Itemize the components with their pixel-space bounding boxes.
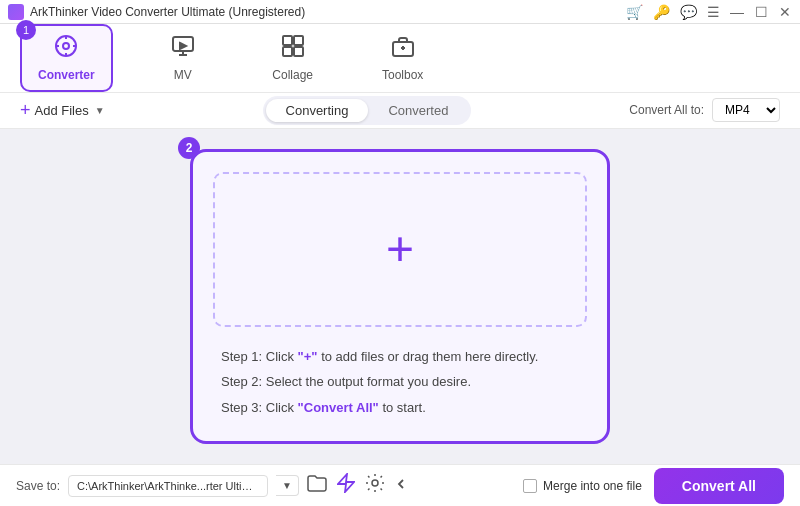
nav-item-collage[interactable]: Collage <box>253 26 333 90</box>
flash-icon[interactable] <box>337 473 355 498</box>
add-files-label: Add Files <box>35 103 89 118</box>
nav-mv-label: MV <box>174 68 192 82</box>
bottom-bar: Save to: C:\ArkThinker\ArkThinke...rter … <box>0 464 800 506</box>
tab-converted[interactable]: Converted <box>368 99 468 122</box>
close-button[interactable]: ✕ <box>778 5 792 19</box>
app-title: ArkThinker Video Converter Ultimate (Unr… <box>30 5 305 19</box>
folder-icon[interactable] <box>307 474 327 497</box>
nav-converter-label: Converter <box>38 68 95 82</box>
step-1: Step 1: Click "+" to add files or drag t… <box>221 347 579 367</box>
svg-rect-9 <box>283 47 292 56</box>
step-3-highlight: "Convert All" <box>298 400 379 415</box>
svg-rect-7 <box>283 36 292 45</box>
key-icon[interactable]: 🔑 <box>653 4 670 20</box>
step-3: Step 3: Click "Convert All" to start. <box>221 398 579 418</box>
tabs-container: Converting Converted <box>263 96 472 125</box>
format-select[interactable]: MP4 MKV AVI MOV WMV <box>712 98 780 122</box>
menu-icon[interactable]: ☰ <box>707 4 720 20</box>
maximize-button[interactable]: ☐ <box>754 5 768 19</box>
add-plus-icon: + <box>20 100 31 121</box>
nav-converter-wrapper: 1 Converter <box>20 24 113 92</box>
collage-icon <box>281 34 305 64</box>
merge-checkbox-area: Merge into one file <box>523 479 642 493</box>
title-bar: ArkThinker Video Converter Ultimate (Unr… <box>0 0 800 24</box>
minimize-button[interactable]: — <box>730 5 744 19</box>
step-2: Step 2: Select the output format you des… <box>221 372 579 392</box>
title-bar-controls: 🛒 🔑 💬 ☰ — ☐ ✕ <box>626 4 792 20</box>
more-options-icon[interactable] <box>395 474 407 497</box>
convert-all-to-label: Convert All to: <box>629 103 704 117</box>
svg-rect-10 <box>294 47 303 56</box>
merge-label: Merge into one file <box>543 479 642 493</box>
merge-checkbox[interactable] <box>523 479 537 493</box>
step-1-highlight: "+" <box>298 349 318 364</box>
mv-icon <box>171 34 195 64</box>
add-files-dropdown-button[interactable]: ▼ <box>95 105 105 116</box>
tab-converting[interactable]: Converting <box>266 99 369 122</box>
save-to-section: Save to: C:\ArkThinker\ArkThinke...rter … <box>16 473 407 498</box>
nav-toolbox-label: Toolbox <box>382 68 423 82</box>
nav-collage-label: Collage <box>272 68 313 82</box>
save-to-label: Save to: <box>16 479 60 493</box>
top-nav: 1 Converter MV <box>0 24 800 93</box>
toolbar: + Add Files ▼ Converting Converted Conve… <box>0 93 800 128</box>
steps-container: Step 1: Click "+" to add files or drag t… <box>213 343 587 422</box>
nav-item-toolbox[interactable]: Toolbox <box>363 26 443 90</box>
app-icon <box>8 4 24 20</box>
drop-area[interactable]: + <box>213 172 587 327</box>
bottom-right: Merge into one file Convert All <box>523 468 784 504</box>
svg-point-1 <box>63 43 69 49</box>
save-to-dropdown-button[interactable]: ▼ <box>276 475 299 496</box>
title-bar-left: ArkThinker Video Converter Ultimate (Unr… <box>8 4 305 20</box>
drop-zone[interactable]: + Step 1: Click "+" to add files or drag… <box>190 149 610 445</box>
nav-item-mv[interactable]: MV <box>143 26 223 90</box>
settings-icon[interactable] <box>365 473 385 498</box>
toolbar-right: Convert All to: MP4 MKV AVI MOV WMV <box>629 98 780 122</box>
main-content: 2 + Step 1: Click "+" to add files or dr… <box>0 129 800 465</box>
drop-plus-icon: + <box>386 225 414 273</box>
drop-zone-badge: 2 <box>178 137 200 159</box>
drop-zone-wrapper: 2 + Step 1: Click "+" to add files or dr… <box>190 149 610 445</box>
bottom-icons <box>307 473 407 498</box>
toolbar-left: + Add Files ▼ <box>20 100 105 121</box>
converter-icon <box>54 34 78 64</box>
chat-icon[interactable]: 💬 <box>680 4 697 20</box>
save-to-path: C:\ArkThinker\ArkThinke...rter Ultimate\… <box>68 475 268 497</box>
add-files-button[interactable]: + Add Files <box>20 100 89 121</box>
toolbox-icon <box>391 34 415 64</box>
cart-icon[interactable]: 🛒 <box>626 4 643 20</box>
svg-point-14 <box>372 480 378 486</box>
convert-all-button[interactable]: Convert All <box>654 468 784 504</box>
svg-rect-8 <box>294 36 303 45</box>
